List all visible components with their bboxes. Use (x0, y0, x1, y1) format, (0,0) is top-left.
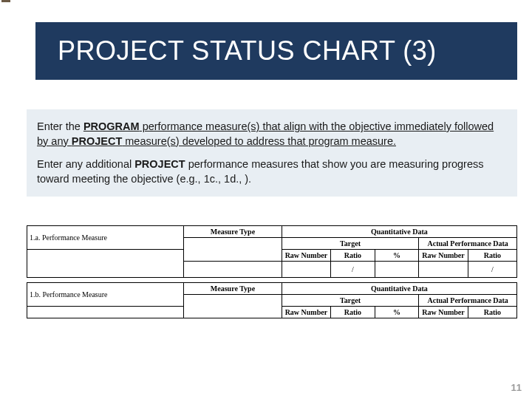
cell-percent-1: % (375, 250, 419, 262)
cell-actual-ratio: / (468, 262, 516, 278)
p2-bold-project: PROJECT (134, 158, 185, 170)
cell-1b-label: 1.b. Performance Measure (27, 283, 184, 307)
cell-actual: Actual Performance Data (419, 238, 517, 250)
decorative-tick (1, 0, 10, 2)
cell-raw-number-1: Raw Number (282, 250, 330, 262)
cell-ratio-1b: Ratio (331, 307, 375, 318)
body-paragraph-2: Enter any additional PROJECT performance… (37, 157, 507, 186)
slide-title: PROJECT STATUS CHART (3) (58, 35, 437, 66)
tables-container: 1.a. Performance Measure Measure Type Qu… (27, 225, 517, 323)
cell-ratio-1: Ratio (331, 250, 375, 262)
cell-raw-number-2b: Raw Number (419, 307, 468, 318)
p1-part-a: Enter the (37, 120, 83, 132)
cell-target-pct (375, 262, 419, 278)
p1-underline-program: PROGRAM (83, 120, 140, 132)
cell-raw-number-2: Raw Number (419, 250, 468, 262)
cell-measure-type-b: Measure Type (184, 283, 282, 295)
table-1a: 1.a. Performance Measure Measure Type Qu… (27, 225, 517, 278)
page-number: 11 (511, 382, 522, 393)
title-bar: PROJECT STATUS CHART (3) (35, 22, 517, 80)
p2-part-a: Enter any additional (37, 158, 134, 170)
p1-underline-project: PROJECT (72, 135, 123, 147)
cell-target-ratio: / (331, 262, 375, 278)
body-paragraph-1: Enter the PROGRAM performance measure(s)… (37, 120, 507, 149)
cell-ratio-2: Ratio (468, 250, 516, 262)
p1-bold-project: PROJECT (72, 135, 123, 147)
slide: PROJECT STATUS CHART (3) Enter the PROGR… (0, 0, 532, 399)
cell-raw-number-1b: Raw Number (282, 307, 330, 318)
cell-target: Target (282, 238, 419, 250)
cell-actual-raw (419, 262, 468, 278)
cell-measure-type-value-b (184, 295, 282, 318)
cell-1a-body (27, 250, 184, 278)
cell-percent-1b: % (375, 307, 419, 318)
table-row: 1.a. Performance Measure Measure Type Qu… (27, 226, 517, 238)
cell-measure-type: Measure Type (184, 226, 282, 238)
cell-1b-body (27, 307, 184, 318)
cell-quant-data-b: Quantitative Data (282, 283, 516, 295)
cell-quant-data: Quantitative Data (282, 226, 516, 238)
cell-target-raw (282, 262, 330, 278)
cell-actual-b: Actual Performance Data (419, 295, 517, 307)
cell-measure-type-blank (184, 262, 282, 278)
table-1b: 1.b. Performance Measure Measure Type Qu… (27, 282, 517, 318)
p1-bold-program: PROGRAM (83, 120, 140, 132)
cell-ratio-2b: Ratio (468, 307, 516, 318)
cell-1a-label: 1.a. Performance Measure (27, 226, 184, 250)
table-row: 1.b. Performance Measure Measure Type Qu… (27, 283, 517, 295)
body-text-box: Enter the PROGRAM performance measure(s)… (27, 109, 517, 197)
cell-measure-type-value (184, 238, 282, 262)
cell-target-b: Target (282, 295, 419, 307)
p1-part-e: measure(s) developed to address that pro… (122, 135, 396, 147)
